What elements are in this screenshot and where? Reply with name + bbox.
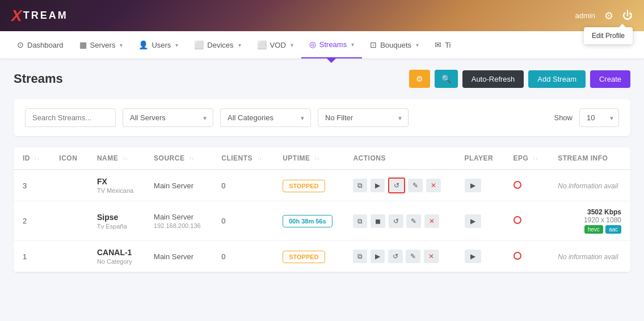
table-row: 1 CANAL-1 No Category Main Server 0 STOP… — [14, 241, 630, 272]
streams-chevron: ▾ — [351, 41, 354, 48]
nav-streams[interactable]: ◎ Streams ▾ — [301, 31, 362, 58]
action-edit-btn[interactable]: ✎ — [408, 179, 423, 192]
nav-dashboard[interactable]: ⊙ Dashboard — [9, 31, 71, 58]
show-label: Show — [554, 113, 573, 122]
cell-icon — [50, 201, 88, 241]
server-filter-select[interactable]: All Servers Main Server — [123, 108, 213, 127]
nav-vod[interactable]: ⬜ VOD ▾ — [249, 31, 301, 58]
gear-icon[interactable]: ⚙ — [604, 10, 613, 22]
create-button[interactable]: Create — [590, 70, 630, 88]
action-edit-btn[interactable]: ✎ — [406, 250, 420, 263]
action-delete-btn[interactable]: ✕ — [426, 179, 441, 192]
player-play-btn[interactable]: ▶ — [465, 179, 481, 192]
codec-audio: aac — [605, 225, 621, 234]
uptime-sort[interactable]: ↑↓ — [314, 156, 319, 161]
nav-dashboard-label: Dashboard — [27, 41, 64, 49]
col-name: NAME ↑↓ — [88, 147, 145, 170]
source-name: Main Server — [154, 252, 203, 261]
table-body: 3 FX TV Mexicana Main Server 0 STOPPED ⧉ — [14, 170, 630, 272]
show-count-select[interactable]: 10 25 50 100 — [579, 108, 619, 127]
epg-indicator — [513, 252, 521, 260]
action-edit-btn[interactable]: ✎ — [406, 214, 421, 228]
admin-label: admin — [575, 11, 595, 20]
name-sort[interactable]: ↑↓ — [123, 156, 128, 161]
table-row: 3 FX TV Mexicana Main Server 0 STOPPED ⧉ — [14, 170, 630, 201]
search-streams-input[interactable] — [25, 108, 116, 127]
users-icon: 👤 — [138, 40, 148, 49]
page-title: Streams — [14, 71, 63, 86]
col-player: PLAYER — [456, 147, 504, 170]
action-copy-btn[interactable]: ⧉ — [353, 250, 367, 263]
stream-resolution: 1920 x 1080 — [558, 216, 621, 224]
cell-player: ▶ — [456, 201, 504, 241]
logo: X TREAM — [11, 7, 68, 25]
player-play-btn[interactable]: ▶ — [465, 214, 481, 228]
users-chevron: ▾ — [175, 42, 178, 48]
action-play-btn[interactable]: ▶ — [371, 250, 385, 263]
source-sort[interactable]: ↑↓ — [189, 156, 194, 161]
nav-ti-label: Ti — [445, 41, 451, 49]
stream-name: Sipse — [97, 213, 136, 222]
cell-uptime: STOPPED — [273, 170, 344, 201]
cell-epg — [504, 241, 549, 272]
stream-codecs: hevc aac — [558, 225, 621, 234]
nav-servers[interactable]: ▦ Servers ▾ — [71, 31, 131, 58]
player-play-btn[interactable]: ▶ — [465, 250, 481, 263]
nav-users-label: Users — [151, 41, 171, 49]
action-delete-btn[interactable]: ✕ — [424, 250, 439, 263]
ti-icon: ✉ — [435, 40, 441, 49]
epg-sort[interactable]: ↑↓ — [533, 156, 538, 161]
table-header-row: ID ↑↓ ICON NAME ↑↓ SOURCE ↑↓ CLIENTS ↑↓ … — [14, 147, 630, 170]
dashboard-icon: ⊙ — [17, 40, 24, 49]
nav-devices[interactable]: ⬜ Devices ▾ — [186, 31, 249, 58]
status-badge: 00h 38m 56s — [283, 215, 332, 227]
filters-row: All Servers Main Server All Categories N… — [14, 99, 630, 136]
add-stream-button[interactable]: Add Stream — [528, 70, 586, 88]
action-restart-btn[interactable]: ↺ — [388, 250, 403, 263]
cell-icon — [50, 241, 88, 272]
no-filter-select[interactable]: No Filter — [318, 108, 409, 127]
epg-indicator — [513, 216, 521, 224]
col-source: SOURCE ↑↓ — [145, 147, 212, 170]
nav-users[interactable]: 👤 Users ▾ — [131, 31, 186, 58]
bouquets-chevron: ▾ — [416, 42, 419, 48]
clients-sort[interactable]: ↑↓ — [257, 156, 262, 161]
cell-actions: ⧉ ▶ ↺ ✎ ✕ — [344, 170, 455, 201]
col-stream-info: STREAM INFO — [549, 147, 630, 170]
action-delete-btn[interactable]: ✕ — [424, 214, 439, 228]
status-badge: STOPPED — [283, 251, 325, 263]
page-title-row: Streams ⚙ 🔍 Auto-Refresh Add Stream Crea… — [14, 70, 630, 88]
cell-icon — [50, 170, 88, 201]
cell-name: Sipse Tv España — [88, 201, 145, 241]
action-play-btn[interactable]: ▶ — [371, 179, 385, 192]
streams-icon: ◎ — [309, 40, 316, 49]
toolbar-buttons: ⚙ 🔍 Auto-Refresh Add Stream Create — [409, 70, 630, 88]
stream-info-text: No information avail — [558, 182, 618, 190]
logo-text: TREAM — [23, 10, 68, 22]
col-actions: ACTIONS — [344, 147, 455, 170]
filter-button[interactable]: ⚙ — [409, 70, 430, 88]
action-restart-btn[interactable]: ↺ — [388, 178, 405, 193]
nav-ti[interactable]: ✉ Ti — [427, 31, 458, 58]
header-right: admin ⚙ ⏻ — [575, 10, 633, 22]
category-filter-select[interactable]: All Categories — [220, 108, 311, 127]
nav-bouquets[interactable]: ⊡ Bouquets ▾ — [362, 31, 427, 58]
auto-refresh-button[interactable]: Auto-Refresh — [462, 70, 524, 88]
cell-epg — [504, 201, 549, 241]
power-icon[interactable]: ⏻ — [622, 10, 633, 22]
cell-clients: 0 — [212, 241, 273, 272]
cell-name: FX TV Mexicana — [88, 170, 145, 201]
search-button[interactable]: 🔍 — [435, 70, 458, 88]
streams-table-container: ID ↑↓ ICON NAME ↑↓ SOURCE ↑↓ CLIENTS ↑↓ … — [14, 147, 630, 272]
edit-profile-tooltip: Edit Profile — [584, 27, 633, 44]
action-copy-btn[interactable]: ⧉ — [353, 214, 367, 228]
id-sort[interactable]: ↑↓ — [35, 156, 40, 161]
epg-indicator — [513, 181, 521, 189]
cell-clients: 0 — [212, 170, 273, 201]
action-copy-btn[interactable]: ⧉ — [353, 179, 367, 192]
devices-icon: ⬜ — [194, 40, 204, 49]
nav-streams-label: Streams — [319, 40, 347, 49]
cell-id: 1 — [14, 241, 50, 272]
action-restart-btn[interactable]: ↺ — [389, 214, 403, 228]
action-stop-btn[interactable]: ◼ — [371, 214, 385, 228]
